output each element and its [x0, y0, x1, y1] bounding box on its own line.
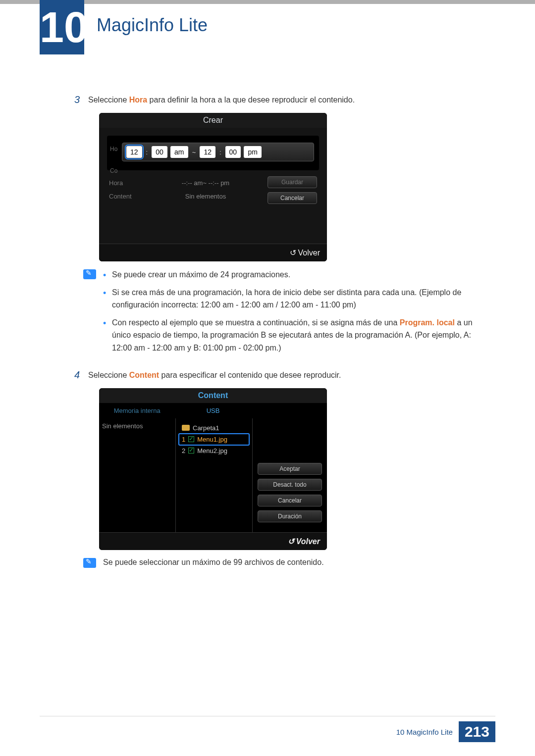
- time-minute-start[interactable]: 00: [152, 146, 167, 158]
- screenshot-crear: Crear Ho Co 12 : 00 am ~ 12 : 0: [99, 113, 327, 261]
- dialog-title: Crear: [99, 113, 327, 128]
- time-picker: 12 : 00 am ~ 12 : 00 pm: [122, 143, 314, 161]
- tab-memoria-interna[interactable]: Memoria interna: [99, 403, 175, 418]
- file-row-folder[interactable]: Carpeta1: [179, 422, 249, 434]
- file-name: Menu2.jpg: [197, 447, 227, 454]
- step4-keyword: Content: [129, 371, 159, 379]
- time-minute-end[interactable]: 00: [225, 146, 241, 158]
- note-icon: [83, 558, 96, 568]
- save-button[interactable]: Guardar: [268, 176, 317, 188]
- side-label-bot: Co: [110, 167, 117, 174]
- step4-post: para especificar el contenido que desee …: [159, 371, 341, 379]
- empty-placeholder: Sin elementos: [102, 422, 172, 430]
- note-item: Se puede crear un máximo de 24 programac…: [103, 268, 490, 281]
- check-icon: [188, 448, 194, 454]
- page-number: 213: [459, 721, 495, 742]
- screenshot-content: Content Memoria interna USB Sin elemento…: [99, 388, 327, 550]
- step-text: Seleccione Content para especificar el c…: [88, 369, 490, 381]
- time-range-sep: ~: [191, 149, 197, 156]
- step-4: 4 Seleccione Content para especificar el…: [74, 369, 490, 381]
- note-block-1: Se puede crear un máximo de 24 programac…: [83, 268, 490, 359]
- file-row[interactable]: 1 Menu1.jpg: [179, 434, 249, 445]
- dialog-footer[interactable]: Volver: [99, 532, 327, 550]
- footer-rule: [40, 716, 495, 716]
- side-label-top: Ho: [110, 146, 117, 152]
- cancel-button[interactable]: Cancelar: [258, 495, 322, 506]
- step4-pre: Seleccione: [88, 371, 129, 379]
- note-block-2: Se puede seleccionar un máximo de 99 arc…: [83, 557, 490, 568]
- row-value-content: Sin elementos: [149, 193, 263, 200]
- column-left: Sin elementos: [99, 418, 176, 532]
- step-number: 4: [74, 369, 88, 381]
- page-footer: 10 MagicInfo Lite 213: [396, 721, 495, 742]
- return-icon: [288, 537, 296, 546]
- note-icon: [83, 269, 96, 279]
- note-item: Si se crea más de una programación, la h…: [103, 286, 490, 311]
- row-label-hora: Hora: [109, 179, 149, 187]
- cancel-button[interactable]: Cancelar: [268, 192, 317, 204]
- step-number: 3: [74, 94, 88, 106]
- accept-button[interactable]: Aceptar: [258, 463, 322, 475]
- time-hour-end[interactable]: 12: [200, 146, 215, 158]
- time-colon: :: [218, 149, 222, 156]
- note-pre: Con respecto al ejemplo que se muestra a…: [112, 318, 400, 327]
- row-label-content: Content: [109, 193, 149, 200]
- dialog-title: Content: [99, 388, 327, 403]
- step3-keyword: Hora: [129, 96, 147, 104]
- time-ampm-end[interactable]: pm: [244, 146, 262, 158]
- footer-label: 10 MagicInfo Lite: [396, 728, 453, 736]
- chapter-title: MagicInfo Lite: [97, 15, 208, 36]
- time-hour-start[interactable]: 12: [126, 146, 142, 158]
- step-text: Seleccione Hora para definir la hora a l…: [88, 94, 490, 106]
- duration-button[interactable]: Duración: [258, 510, 322, 522]
- dialog-footer[interactable]: Volver: [99, 244, 327, 261]
- note-item: Con respecto al ejemplo que se muestra a…: [103, 316, 490, 354]
- tab-usb[interactable]: USB: [175, 403, 251, 418]
- return-label: Volver: [298, 249, 320, 257]
- file-row[interactable]: 2 Menu2.jpg: [179, 445, 249, 456]
- row-value-hora: --:-- am~ --:-- pm: [149, 179, 263, 187]
- note-text: Se puede seleccionar un máximo de 99 arc…: [103, 557, 324, 568]
- step-3: 3 Seleccione Hora para definir la hora a…: [74, 94, 490, 106]
- file-name: Carpeta1: [193, 424, 219, 432]
- return-label: Volver: [296, 537, 320, 546]
- return-icon: [290, 249, 298, 257]
- folder-icon: [182, 425, 190, 431]
- time-ampm-start[interactable]: am: [170, 146, 188, 158]
- file-index: 1: [182, 436, 185, 443]
- note-keyword: Program. local: [400, 318, 455, 327]
- check-icon: [188, 436, 194, 442]
- file-name: Menu1.jpg: [197, 436, 227, 443]
- deselect-all-button[interactable]: Desact. todo: [258, 479, 322, 491]
- step3-post: para definir la hora a la que desee repr…: [147, 96, 355, 104]
- chapter-number: 10: [40, 0, 84, 54]
- time-colon: :: [145, 149, 149, 156]
- file-index: 2: [182, 447, 185, 454]
- column-right: Carpeta1 1 Menu1.jpg 2 Menu2.jpg: [176, 418, 253, 532]
- step3-pre: Seleccione: [88, 96, 129, 104]
